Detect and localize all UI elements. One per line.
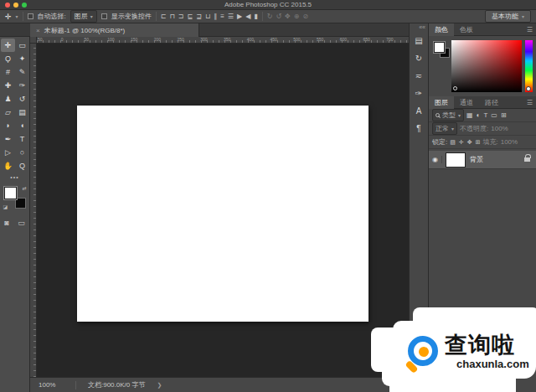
tool-preset-caret-icon[interactable]: ▾ <box>16 13 18 19</box>
layer-filter-icon[interactable]: ▭ <box>491 111 497 119</box>
zoom-tool[interactable]: Q <box>15 159 29 173</box>
blend-mode-dropdown[interactable]: 正常 ▾ <box>432 122 457 135</box>
lock-option-icon[interactable]: ✥ <box>467 139 472 146</box>
align-icon[interactable]: ▶ <box>237 13 242 21</box>
lock-option-icon[interactable]: ✛ <box>459 139 464 146</box>
tab-color[interactable]: 颜色 <box>429 23 454 36</box>
hue-slider-handle[interactable] <box>526 86 531 91</box>
history-brush-tool[interactable]: ↺ <box>15 92 29 106</box>
align-icon[interactable]: ☰ <box>228 13 234 21</box>
status-options-arrow-icon[interactable]: ❯ <box>157 382 162 389</box>
align-icon[interactable]: ⊓ <box>170 13 175 21</box>
horizontal-ruler[interactable]: 5005010015020025030035040045050055060065… <box>37 37 409 44</box>
align-icon[interactable]: ≡ <box>220 13 224 21</box>
document-workspace[interactable] <box>37 44 409 377</box>
quick-mask-icon[interactable]: ◙ <box>4 219 8 227</box>
move-tool-icon[interactable]: ✛ <box>5 13 12 21</box>
foreground-color-swatch[interactable] <box>434 42 445 53</box>
eraser-tool[interactable]: ▱ <box>1 106 15 119</box>
default-colors-icon[interactable]: ◪ <box>3 204 8 209</box>
blend-mode-row: 正常 ▾ 不透明度: 100% <box>429 122 536 136</box>
align-icon[interactable]: ⊐ <box>178 13 184 21</box>
quick-selection-tool[interactable]: ✦ <box>15 52 29 65</box>
chevron-down-icon: ▾ <box>522 13 524 19</box>
libraries-panel-icon[interactable]: ↻ <box>410 49 427 67</box>
auto-select-value: 图层 <box>75 12 88 21</box>
swap-colors-icon[interactable]: ⇄ <box>22 185 26 191</box>
layer-visibility-eye-icon[interactable]: ◉ <box>429 156 442 163</box>
ruler-number: 400 <box>246 37 270 44</box>
edit-toolbar-icon[interactable]: ••• <box>0 174 29 180</box>
align-icon[interactable]: ◀ <box>245 13 250 21</box>
ruler-number: 450 <box>270 37 293 44</box>
align-icon[interactable]: ∥ <box>214 13 217 21</box>
document-tab[interactable]: × 未标题-1 @ 100%(RGB/8*) <box>30 23 199 37</box>
paragraph-panel-icon[interactable]: ¶ <box>410 120 427 137</box>
vertical-ruler[interactable]: 050100150200250300 <box>30 44 37 377</box>
hue-slider[interactable] <box>525 40 533 92</box>
align-icon[interactable]: ⊒ <box>196 13 202 21</box>
brushes-panel-icon[interactable]: ✑ <box>410 85 427 102</box>
tab-channels[interactable]: 通道 <box>454 96 479 109</box>
align-icon[interactable]: ⊑ <box>187 13 193 21</box>
tab-layers[interactable]: 图层 <box>429 96 454 109</box>
tab-paths[interactable]: 路径 <box>479 96 504 109</box>
3d-mode-icon: ✥ <box>285 13 291 21</box>
character-panel-icon[interactable]: A <box>410 102 427 120</box>
expand-panels-icon[interactable]: «« <box>410 23 428 30</box>
opacity-value[interactable]: 100% <box>491 125 508 132</box>
dodge-tool[interactable]: ◖ <box>15 119 29 132</box>
workspace-switcher[interactable]: 基本功能 ▾ <box>485 10 531 23</box>
healing-brush-tool[interactable]: ✚ <box>1 79 15 92</box>
screen-mode-icon[interactable]: ▭ <box>18 219 25 227</box>
lock-option-icon[interactable]: ▨ <box>450 139 456 146</box>
foreground-color-swatch[interactable] <box>4 187 17 199</box>
zoom-level-field[interactable]: 100% <box>39 381 64 389</box>
layer-row-background[interactable]: ◉ 背景 <box>429 151 536 169</box>
pen-tool[interactable]: ✒ <box>1 132 15 146</box>
align-icon[interactable]: ⊔ <box>205 13 210 21</box>
layer-filter-icon[interactable]: T <box>483 111 487 119</box>
layer-filter-icon[interactable]: ◐ <box>477 111 481 119</box>
layer-filter-dropdown[interactable]: 类型 ▾ <box>432 109 464 121</box>
align-icon[interactable]: ▮ <box>254 13 257 21</box>
opacity-label: 不透明度: <box>460 124 488 133</box>
panel-menu-icon[interactable]: ☰ <box>527 26 536 34</box>
close-tab-icon[interactable]: × <box>36 27 40 34</box>
filter-type-label: 类型 <box>442 111 456 120</box>
layer-filter-icon[interactable]: ⊞ <box>501 111 507 119</box>
auto-select-dropdown[interactable]: 图层 ▾ <box>70 10 97 23</box>
crop-tool[interactable]: # <box>1 65 15 79</box>
divider <box>156 12 157 21</box>
title-bar: Adobe Photoshop CC 2015.5 <box>0 0 536 10</box>
auto-select-checkbox[interactable] <box>28 13 34 19</box>
adjustments-panel-icon[interactable]: ▤ <box>410 32 427 49</box>
align-icon[interactable]: ⊏ <box>161 13 167 21</box>
panel-menu-icon[interactable]: ☰ <box>527 99 536 106</box>
shape-tool[interactable]: ○ <box>15 146 29 159</box>
canvas[interactable] <box>77 106 368 322</box>
move-tool[interactable]: ✛ <box>1 39 15 52</box>
smudge-tool[interactable]: ◗ <box>1 119 15 132</box>
marquee-tool[interactable]: ▭ <box>15 39 29 52</box>
layer-thumbnail[interactable] <box>446 152 466 168</box>
eyedropper-tool[interactable]: ✎ <box>15 65 29 79</box>
lasso-tool[interactable]: Ϙ <box>1 52 15 65</box>
ruler-origin-box[interactable] <box>30 37 37 44</box>
color-picker-marker[interactable] <box>453 86 457 90</box>
fill-value[interactable]: 100% <box>501 138 518 146</box>
type-tool[interactable]: T <box>15 132 29 146</box>
clone-stamp-tool[interactable]: ♟ <box>1 92 15 106</box>
hand-tool[interactable]: ✋ <box>1 159 15 173</box>
status-bar: 100% 文档:900.0K/0 字节 ❯ <box>30 377 409 392</box>
lock-option-icon[interactable]: ⊞ <box>476 139 481 146</box>
path-selection-tool[interactable]: ▷ <box>1 146 15 159</box>
brush-tool[interactable]: ✑ <box>15 79 29 92</box>
layer-filter-icon[interactable]: ▦ <box>466 111 473 119</box>
properties-panel-icon[interactable]: ≂ <box>410 67 427 85</box>
gradient-tool[interactable]: ▤ <box>15 106 29 119</box>
tab-swatches[interactable]: 色板 <box>454 23 479 36</box>
layer-name[interactable]: 背景 <box>470 155 524 164</box>
saturation-brightness-field[interactable] <box>451 40 522 92</box>
show-transform-checkbox[interactable] <box>101 13 107 19</box>
